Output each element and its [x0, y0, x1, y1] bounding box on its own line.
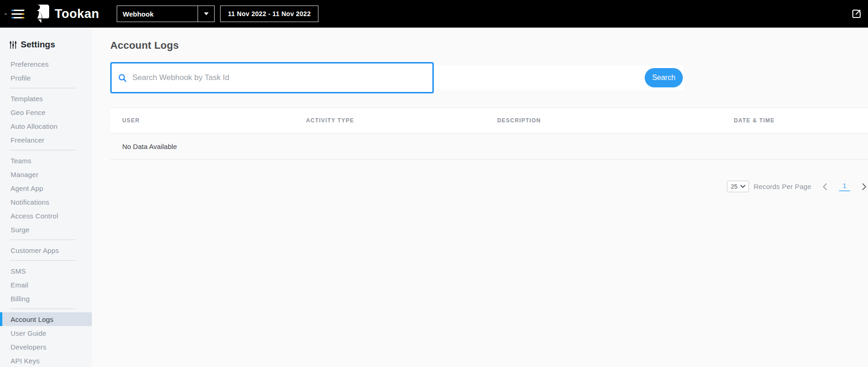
main-content: Account Logs Search USER ACTIVITY TYPE D… — [92, 28, 868, 367]
sidebar-item-preferences[interactable]: Preferences — [0, 57, 92, 71]
next-page-icon[interactable] — [862, 183, 867, 190]
sidebar-item-manager[interactable]: Manager — [0, 167, 92, 181]
webhook-dropdown[interactable]: Webhook — [117, 6, 215, 22]
records-per-page-select[interactable]: 25 — [727, 181, 749, 192]
drag-dot — [5, 13, 7, 15]
sidebar-item-sms[interactable]: SMS — [0, 264, 92, 278]
records-per-page-value: 25 — [731, 183, 737, 190]
sidebar-item-profile[interactable]: Profile — [0, 71, 92, 85]
sidebar-item-notifications[interactable]: Notifications — [0, 195, 92, 209]
sidebar-item-user-guide[interactable]: User Guide — [0, 326, 92, 340]
page-title: Account Logs — [110, 40, 868, 52]
date-range-value: 11 Nov 2022 - 11 Nov 2022 — [228, 10, 311, 17]
sidebar-item-developers[interactable]: Developers — [0, 340, 92, 354]
brand-name: Tookan — [55, 7, 99, 21]
sidebar-item-customer-apps[interactable]: Customer Apps — [0, 243, 92, 257]
current-page-number[interactable]: 1 — [839, 182, 850, 191]
sidebar-item-surge[interactable]: Surge — [0, 223, 92, 236]
hamburger-bar — [11, 17, 24, 18]
sidebar-divider — [10, 309, 75, 309]
top-bar: Tookan Webhook 11 Nov 2022 - 11 Nov 2022 — [0, 0, 868, 28]
account-logs-table: USER ACTIVITY TYPE DESCRIPTION DATE & TI… — [110, 108, 868, 160]
empty-state-row: No Data Available — [110, 133, 868, 160]
hamburger-menu-icon[interactable] — [11, 10, 24, 18]
sidebar-title: Settings — [21, 40, 55, 50]
sidebar-item-auto-allocation[interactable]: Auto Allocation — [0, 119, 92, 133]
sidebar-item-agent-app[interactable]: Agent App — [0, 181, 92, 195]
sidebar-divider — [10, 88, 75, 88]
hamburger-bar — [11, 13, 24, 15]
sidebar-nav: Preferences Profile Templates Geo Fence … — [0, 57, 92, 367]
select-caret-icon — [740, 185, 745, 188]
table-header-row: USER ACTIVITY TYPE DESCRIPTION DATE & TI… — [110, 108, 868, 133]
previous-page-icon[interactable] — [823, 183, 827, 190]
sidebar-item-api-keys[interactable]: API Keys — [0, 354, 92, 367]
sidebar-item-email[interactable]: Email — [0, 278, 92, 292]
search-input-box[interactable] — [110, 62, 434, 93]
search-input[interactable] — [132, 73, 426, 82]
column-header-activity-type: ACTIVITY TYPE — [294, 117, 485, 124]
sidebar-item-freelancer[interactable]: Freelancer — [0, 133, 92, 147]
search-button[interactable]: Search — [645, 68, 683, 87]
sidebar-header: Settings — [0, 28, 92, 52]
records-per-page-label: Records Per Page — [754, 183, 811, 190]
tookan-logo: Tookan — [34, 4, 99, 23]
date-range-picker[interactable]: 11 Nov 2022 - 11 Nov 2022 — [220, 6, 318, 22]
sidebar-divider — [10, 150, 75, 150]
column-header-date-time: DATE & TIME — [722, 117, 868, 124]
search-bar: Search — [110, 65, 684, 90]
column-header-description: DESCRIPTION — [485, 117, 722, 124]
webhook-dropdown-value: Webhook — [117, 10, 198, 18]
tookan-bird-icon — [34, 4, 50, 23]
dropdown-caret-zone[interactable] — [198, 6, 214, 22]
sidebar-item-account-logs[interactable]: Account Logs — [0, 312, 92, 326]
search-icon — [118, 74, 127, 82]
column-header-user: USER — [110, 117, 294, 124]
settings-sidebar: Settings Preferences Profile Templates G… — [0, 28, 92, 367]
sliders-icon — [9, 40, 17, 49]
caret-down-icon — [204, 12, 209, 15]
sidebar-item-access-control[interactable]: Access Control — [0, 209, 92, 223]
sidebar-item-billing[interactable]: Billing — [0, 292, 92, 305]
sidebar-divider — [10, 260, 75, 261]
hamburger-bar — [11, 10, 24, 11]
sidebar-item-geo-fence[interactable]: Geo Fence — [0, 105, 92, 119]
pagination: 25 Records Per Page 1 — [110, 181, 868, 192]
sidebar-item-teams[interactable]: Teams — [0, 154, 92, 167]
no-data-message: No Data Available — [122, 143, 177, 150]
external-link-icon[interactable] — [851, 9, 862, 19]
sidebar-divider — [10, 240, 75, 240]
sidebar-item-templates[interactable]: Templates — [0, 92, 92, 105]
